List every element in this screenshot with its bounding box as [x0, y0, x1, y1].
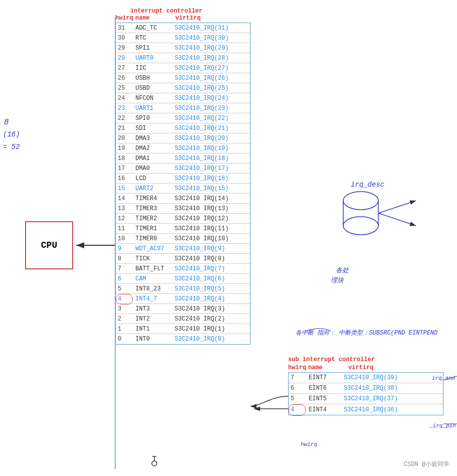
chinese-note3: 理块: [331, 276, 344, 285]
sub-cell-hwirq: 6: [291, 385, 309, 392]
table-row: 29 SPI1 S3C2410_IRQ(29): [116, 43, 250, 53]
cell-hwirq: 1: [118, 326, 135, 333]
cell-name: WDT_AC97: [135, 245, 174, 252]
cell-virtirq: S3C2410_IRQ(23): [174, 105, 248, 112]
cell-name: TIMER0: [135, 235, 174, 242]
table-row: 23 UART1 S3C2410_IRQ(23): [116, 103, 250, 113]
table-row: 10 TIMER0 S3C2410 IRQ(10): [116, 234, 250, 244]
cell-virtirq: S3C2410 IRQ(12): [174, 215, 248, 222]
sub-cell-virtirq: S3C2410_IRQ(37): [344, 395, 424, 402]
cell-virtirq: S3C2410 IRQ(3): [174, 305, 248, 312]
cell-virtirq: S3C2410_IRQ(9): [174, 245, 248, 252]
table-row: 16 LCD S3C2410_IRQ(16): [116, 174, 250, 184]
cell-name: SDI: [135, 125, 174, 132]
sub-cell-virtirq: S3C2410_IRQ(38): [344, 385, 424, 392]
cell-virtirq: S3C2410_IRQ(15): [174, 185, 248, 192]
cell-virtirq: S3C2410_IRQ(30): [174, 35, 248, 42]
cell-name: RTC: [135, 35, 174, 42]
cell-hwirq: 23: [118, 105, 135, 112]
cell-hwirq: 5: [118, 285, 135, 292]
sub-cell-name: EINT4: [309, 406, 344, 413]
table-row: 15 UART2 S3C2410_IRQ(15): [116, 184, 250, 194]
sub-table-row: 6 EINT6 S3C2410_IRQ(38): [289, 383, 443, 394]
cell-hwirq: 16: [118, 175, 135, 182]
interrupt-controller-table: interrupt controller hwirq name virtirq …: [115, 8, 251, 345]
cell-hwirq: 10: [118, 235, 135, 242]
cell-hwirq: 3: [118, 305, 135, 312]
note-prefix: 各中断 指向：: [296, 330, 335, 337]
cell-virtirq: S3C2410_IRQ(5): [174, 285, 248, 292]
cell-virtirq: S3C2410_IRQ(6): [174, 275, 248, 282]
cell-hwirq: 12: [118, 215, 135, 222]
sub-cell-virtirq: S3C2410_IRQ(39): [344, 374, 424, 381]
cell-name: UART0: [135, 55, 174, 62]
cell-name: TIMER2: [135, 215, 174, 222]
cell-virtirq: S3C2410_IRQ(17): [174, 165, 248, 172]
table-row: 3 INT3 S3C2410 IRQ(3): [116, 304, 250, 314]
cell-hwirq: 29: [118, 45, 135, 52]
table-row: 21 SDI S3C2410_IRQ(21): [116, 123, 250, 133]
cell-name: USBH: [135, 75, 174, 82]
table-header: interrupt controller hwirq name virtirq: [115, 8, 251, 22]
table-row: 26 USBH S3C2410_IRQ(26): [116, 73, 250, 83]
cell-hwirq: 24: [118, 95, 135, 102]
table-row: 30 RTC S3C2410_IRQ(30): [116, 33, 250, 43]
cell-hwirq: 22: [118, 115, 135, 122]
left-annotation-52: = 52: [3, 143, 20, 151]
table-row: 28 UART0 S3C2410_IRQ(28): [116, 53, 250, 63]
cell-name: DMA2: [135, 145, 174, 152]
cell-name: INT3: [135, 305, 174, 312]
cell-virtirq: S3C2410_IRQ(27): [174, 65, 248, 72]
col-name-label: name: [135, 15, 175, 22]
cell-virtirq: S3C2410_IRQ(4): [174, 295, 248, 302]
cell-virtirq: S3C2410_IRQ(26): [174, 75, 248, 82]
cell-name: INT2: [135, 315, 174, 323]
cell-virtirq: S3C2410_IRQ(25): [174, 85, 248, 92]
svg-point-6: [343, 217, 378, 235]
cell-virtirq: S3C2410 IRQ(2): [174, 315, 248, 323]
table-row: 9 WDT_AC97 S3C2410_IRQ(9): [116, 244, 250, 254]
cell-virtirq: S3C2410_IRQ(29): [174, 45, 248, 52]
cell-virtirq: S3C2410 IRQ(10): [174, 235, 248, 242]
table-row: 0 INT0 S3C2410_IRQ(0): [116, 334, 250, 344]
cell-hwirq: 0: [118, 336, 135, 343]
left-annotation-16: (16): [3, 130, 20, 138]
cell-hwirq: 7: [118, 265, 135, 272]
cell-name: USBD: [135, 85, 174, 92]
cell-virtirq: S3C2410_IRQ(19): [174, 145, 248, 152]
cell-hwirq: 30: [118, 35, 135, 42]
cell-hwirq: 11: [118, 225, 135, 232]
table-row: 6 CAM S3C2410_IRQ(6): [116, 274, 250, 284]
cell-virtirq: S3C2410_IRQ(16): [174, 175, 248, 182]
table-row: 24 NFCON S3C2410_IRQ(24): [116, 93, 250, 103]
table-row: 5 INT8_23 S3C2410_IRQ(5): [116, 284, 250, 294]
csdn-watermark: CSDN @小嵌同学: [404, 460, 449, 468]
cell-name: SPI0: [135, 115, 174, 122]
svg-line-8: [378, 213, 416, 226]
note-sub: 中断类型：SUBSRC(PND EINTPEND: [339, 330, 437, 337]
table-body: 31 ADC_TC S3C2410_IRQ(31) 30 RTC S3C2410…: [115, 23, 251, 345]
table-row: 4 INT4_7 S3C2410_IRQ(4): [116, 294, 250, 304]
cell-virtirq: S3C2410_IRQ(31): [174, 25, 248, 32]
cell-name: INT8_23: [135, 285, 174, 292]
cell-hwirq: 13: [118, 205, 135, 212]
cell-name: TIMER3: [135, 205, 174, 212]
cell-name: ADC_TC: [135, 25, 174, 32]
cell-hwirq: 2: [118, 315, 135, 323]
cell-virtirq: S3C2410_IRQ(21): [174, 125, 248, 132]
table-row: 20 DMA3 S3C2410_IRQ(20): [116, 133, 250, 143]
svg-point-12: [152, 461, 157, 466]
page-container: 8 (16) = 52 CPU interrupt controller hwi…: [0, 0, 457, 476]
cell-hwirq: 4: [118, 295, 135, 302]
table-row: 25 USBD S3C2410_IRQ(25): [116, 83, 250, 93]
cell-virtirq: S3C2410 IRQ(8): [174, 255, 248, 262]
cell-hwirq: 26: [118, 75, 135, 82]
chinese-note2: 各处: [336, 266, 349, 275]
cpu-label: CPU: [41, 240, 57, 250]
cell-virtirq: S3C2410_IRQ(20): [174, 135, 248, 142]
cell-hwirq: 6: [118, 275, 135, 282]
cell-virtirq: S3C2410_IRQ(0): [174, 336, 248, 343]
sub-cell-hwirq: 5: [291, 395, 309, 402]
table-row: 27 IIC S3C2410_IRQ(27): [116, 63, 250, 73]
sub-col-name-label: name: [308, 364, 348, 371]
